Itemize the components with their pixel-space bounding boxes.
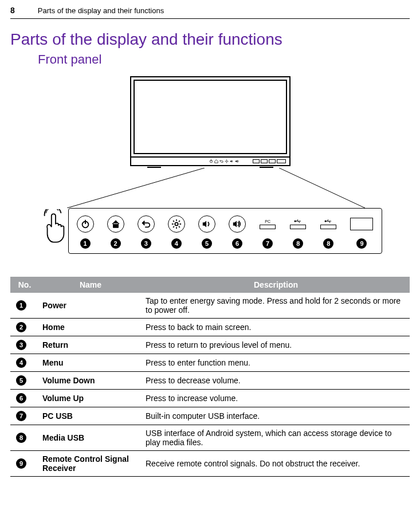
volume-down-icon <box>202 219 212 229</box>
callout-badge-1: 1 <box>80 238 91 249</box>
callout-badge-2: 2 <box>111 238 121 249</box>
row-name: Volume Down <box>39 372 142 390</box>
header-title: Parts of the display and their functions <box>38 6 164 15</box>
panel-icon-group <box>209 159 239 163</box>
callout-badge-6: 6 <box>232 238 242 249</box>
mini-ir-window <box>277 159 286 163</box>
svg-point-11 <box>175 222 178 225</box>
button-strip: PC 1 2 3 4 <box>68 208 382 254</box>
row-badge: 8 <box>16 433 26 443</box>
home-icon <box>111 219 121 229</box>
row-desc: Receive remote control signals. Do not o… <box>142 451 410 477</box>
col-header-name: Name <box>39 277 142 293</box>
usb-icon <box>294 219 302 223</box>
usb-slot-icon <box>320 225 336 229</box>
power-icon <box>80 219 91 229</box>
table-row: 6 Volume Up Press to increase volume. <box>10 390 410 407</box>
menu-button[interactable] <box>168 215 185 233</box>
row-name: Remote Control Signal Receiver <box>39 451 142 477</box>
callout-badge-4: 4 <box>171 238 182 249</box>
table-row: 8 Media USB USB interface of Android sys… <box>10 425 410 451</box>
row-desc: USB interface of Android system, which c… <box>142 425 410 451</box>
callout-badge-3: 3 <box>141 238 151 249</box>
page-header: 8 Parts of the display and their functio… <box>10 6 410 19</box>
power-button[interactable] <box>77 215 94 233</box>
tv-screen <box>134 80 287 154</box>
volume-up-icon <box>232 219 242 229</box>
description-table: No. Name Description 1 Power Tap to ente… <box>10 277 410 477</box>
callout-badge-9: 9 <box>356 238 367 249</box>
callout-lines <box>44 168 376 208</box>
mini-power-icon <box>209 159 213 163</box>
row-name: Volume Up <box>39 390 142 407</box>
media-usb-port-1[interactable] <box>289 215 307 233</box>
mini-usb-pc <box>253 159 260 163</box>
row-badge: 5 <box>16 375 26 386</box>
row-badge: 2 <box>16 322 26 332</box>
svg-line-16 <box>173 221 174 222</box>
return-icon <box>141 219 151 229</box>
media-usb-port-2[interactable] <box>320 215 337 233</box>
col-header-no: No. <box>10 277 39 293</box>
section-heading: Parts of the display and their functions <box>10 30 410 49</box>
row-desc: Press to increase volume. <box>142 390 410 407</box>
col-header-desc: Description <box>142 277 410 293</box>
usb-slot-icon <box>290 225 306 229</box>
pc-usb-port[interactable]: PC <box>259 215 276 233</box>
svg-point-23 <box>325 221 327 222</box>
mini-home-icon <box>214 159 218 163</box>
row-desc: Tap to enter energy saving mode. Press a… <box>142 293 410 319</box>
mini-gear-icon <box>225 159 229 163</box>
gear-icon <box>171 219 182 229</box>
button-strip-wrap: PC 1 2 3 4 <box>38 208 382 254</box>
svg-point-2 <box>226 160 227 162</box>
svg-line-18 <box>173 226 174 227</box>
panel-usb-group <box>253 159 286 163</box>
callout-badge-5: 5 <box>202 238 212 249</box>
table-row: 7 PC USB Built-in computer USB interface… <box>10 407 410 425</box>
page-number: 8 <box>10 6 15 15</box>
row-badge: 3 <box>16 340 26 350</box>
row-badge: 1 <box>16 300 26 311</box>
row-desc: Press to return to previous level of men… <box>142 336 410 354</box>
tv-small-panel <box>130 158 291 166</box>
row-name: Menu <box>39 354 142 372</box>
table-row: 2 Home Press to back to main screen. <box>10 319 410 336</box>
svg-line-19 <box>179 221 180 222</box>
row-name: Media USB <box>39 425 142 451</box>
table-row: 9 Remote Control Signal Receiver Receive… <box>10 451 410 477</box>
volume-down-button[interactable] <box>198 215 215 233</box>
home-button[interactable] <box>107 215 124 233</box>
row-badge: 6 <box>16 393 26 403</box>
tv-bezel <box>130 76 291 158</box>
callout-badge-8b: 8 <box>323 238 333 249</box>
table-header-row: No. Name Description <box>10 277 410 293</box>
front-panel-diagram: PC 1 2 3 4 <box>10 76 410 254</box>
hand-icon <box>38 208 73 245</box>
row-desc: Press to back to main screen. <box>142 319 410 336</box>
row-desc: Press to decrease volume. <box>142 372 410 390</box>
mini-volup-icon <box>235 159 239 163</box>
number-row: 1 2 3 4 5 6 7 8 8 9 <box>77 238 374 249</box>
callout-badge-7: 7 <box>262 238 273 249</box>
row-desc: Press to enter function menu. <box>142 354 410 372</box>
row-badge: 7 <box>16 411 26 421</box>
table-row: 5 Volume Down Press to decrease volume. <box>10 372 410 390</box>
callout-badge-8a: 8 <box>293 238 303 249</box>
row-badge: 4 <box>16 358 26 368</box>
row-name: Power <box>39 293 142 319</box>
row-desc: Built-in computer USB interface. <box>142 407 410 425</box>
row-name: Return <box>39 336 142 354</box>
mini-return-icon <box>219 159 223 163</box>
row-name: PC USB <box>39 407 142 425</box>
return-button[interactable] <box>138 215 155 233</box>
mini-voldown-icon <box>230 159 234 163</box>
row-badge: 9 <box>16 458 26 469</box>
svg-line-17 <box>179 226 180 227</box>
volume-up-button[interactable] <box>229 215 246 233</box>
mini-usb-media1 <box>261 159 268 163</box>
svg-line-7 <box>67 168 205 208</box>
table-row: 3 Return Press to return to previous lev… <box>10 336 410 354</box>
svg-line-8 <box>279 168 365 208</box>
tv-illustration <box>130 76 291 168</box>
